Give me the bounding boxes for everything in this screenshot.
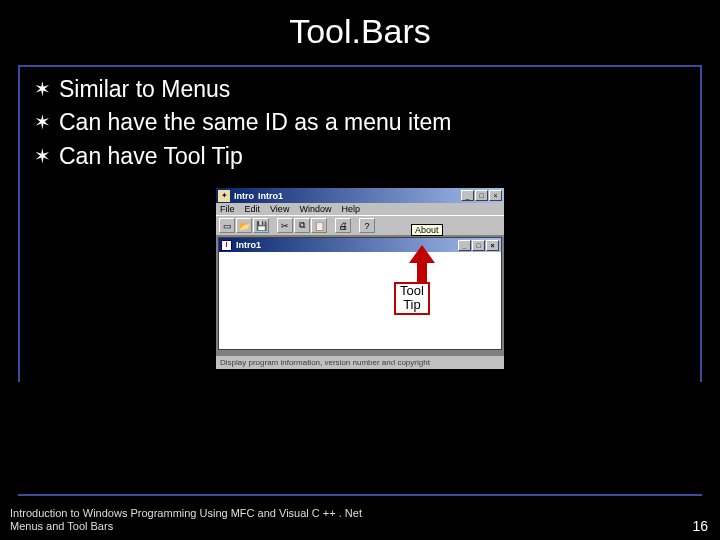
menu-bar: File Edit View Window Help xyxy=(216,203,504,215)
toolbar-about-button[interactable]: ? xyxy=(359,218,375,233)
page-number: 16 xyxy=(692,518,708,534)
bullet-text: Similar to Menus xyxy=(59,73,230,106)
doc-titlebar: I Intro1 _ □ × xyxy=(219,238,501,252)
doc-minimize-button[interactable]: _ xyxy=(458,240,471,251)
maximize-button[interactable]: □ xyxy=(475,190,488,201)
menu-help[interactable]: Help xyxy=(341,204,360,214)
toolbar-paste-button[interactable]: 📋 xyxy=(311,218,327,233)
bullet-text: Can have the same ID as a menu item xyxy=(59,106,451,139)
callout-line1: Tool xyxy=(400,284,424,298)
menu-view[interactable]: View xyxy=(270,204,289,214)
menu-edit[interactable]: Edit xyxy=(245,204,261,214)
bullet-list: ✶ Similar to Menus ✶ Can have the same I… xyxy=(22,69,698,181)
toolbar-save-button[interactable]: 💾 xyxy=(253,218,269,233)
mdi-client-area: I Intro1 _ □ × xyxy=(216,235,504,355)
list-item: ✶ Similar to Menus xyxy=(34,73,686,106)
app-title: Intro1 xyxy=(258,191,283,201)
tooltip: About xyxy=(411,224,443,236)
toolbar-copy-button[interactable]: ⧉ xyxy=(294,218,310,233)
document-window: I Intro1 _ □ × xyxy=(218,237,502,350)
footer-divider xyxy=(18,494,702,496)
titlebar: ✦ Intro Intro1 _ □ × xyxy=(216,188,504,203)
bullet-text: Can have Tool Tip xyxy=(59,140,243,173)
footer-caption: Introduction to Windows Programming Usin… xyxy=(10,507,362,535)
minimize-button[interactable]: _ xyxy=(461,190,474,201)
status-bar: Display program information, version num… xyxy=(216,355,504,369)
doc-title: Intro1 xyxy=(236,240,261,250)
status-text: Display program information, version num… xyxy=(220,358,430,367)
app-icon: ✦ xyxy=(218,190,230,202)
callout-line2: Tip xyxy=(400,298,424,312)
content-frame: ✶ Similar to Menus ✶ Can have the same I… xyxy=(18,65,702,382)
toolbar: ▭ 📂 💾 ✂ ⧉ 📋 🖨 ? xyxy=(216,215,504,235)
bullet-icon: ✶ xyxy=(34,73,51,105)
list-item: ✶ Can have the same ID as a menu item xyxy=(34,106,686,139)
menu-file[interactable]: File xyxy=(220,204,235,214)
doc-maximize-button[interactable]: □ xyxy=(472,240,485,251)
toolbar-cut-button[interactable]: ✂ xyxy=(277,218,293,233)
slide-title: Tool.Bars xyxy=(0,0,720,65)
tooltip-callout: Tool Tip xyxy=(394,282,430,315)
list-item: ✶ Can have Tool Tip xyxy=(34,140,686,173)
footer-line1: Introduction to Windows Programming Usin… xyxy=(10,507,362,521)
menu-window[interactable]: Window xyxy=(299,204,331,214)
toolbar-print-button[interactable]: 🖨 xyxy=(335,218,351,233)
footer-line2: Menus and Tool Bars xyxy=(10,520,362,534)
doc-close-button[interactable]: × xyxy=(486,240,499,251)
svg-marker-0 xyxy=(409,245,435,285)
bullet-icon: ✶ xyxy=(34,140,51,172)
toolbar-new-button[interactable]: ▭ xyxy=(219,218,235,233)
mock-app-window: ✦ Intro Intro1 _ □ × File Edit View Wind… xyxy=(215,187,505,370)
close-button[interactable]: × xyxy=(489,190,502,201)
arrow-icon xyxy=(409,245,435,285)
doc-icon: I xyxy=(221,240,232,251)
toolbar-open-button[interactable]: 📂 xyxy=(236,218,252,233)
app-title-prefix: Intro xyxy=(234,191,254,201)
bullet-icon: ✶ xyxy=(34,106,51,138)
